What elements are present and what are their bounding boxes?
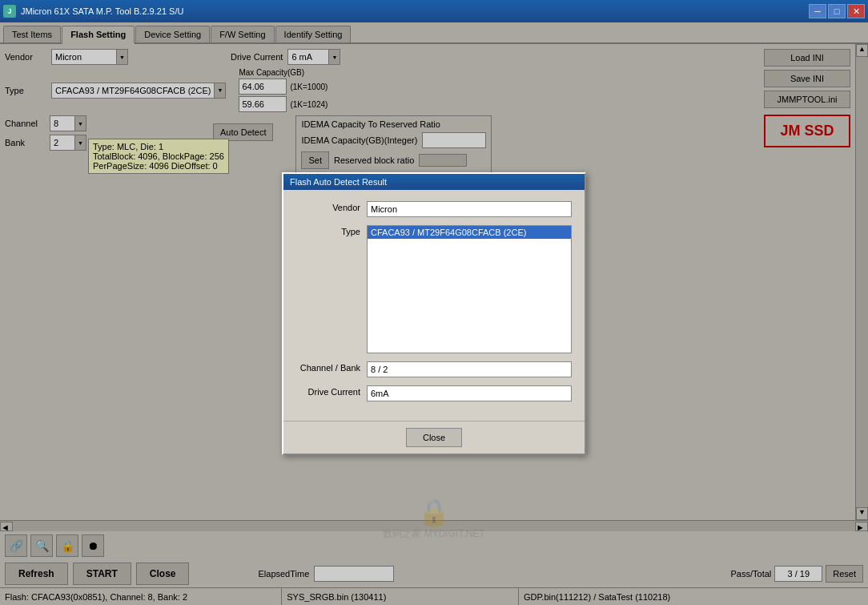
window-title: JMicron 61X SATA M.P. Tool B.2.9.21 S/U <box>21 6 183 16</box>
modal-drive-current-row: Drive Current <box>296 385 572 401</box>
modal-vendor-input[interactable] <box>367 201 572 217</box>
modal-close-button[interactable]: Close <box>406 428 462 447</box>
modal-vendor-row: Vendor <box>296 201 572 217</box>
modal-drive-current-label: Drive Current <box>296 385 360 397</box>
modal-type-row: Type CFACA93 / MT29F64G08CFACB (2CE) <box>296 225 572 353</box>
modal-type-label: Type <box>296 225 360 236</box>
modal-channel-bank-label: Channel / Bank <box>296 361 360 373</box>
modal-overlay: Flash Auto Detect Result Vendor Type CFA… <box>0 22 868 605</box>
modal-dialog: Flash Auto Detect Result Vendor Type CFA… <box>282 172 586 455</box>
title-bar: J JMicron 61X SATA M.P. Tool B.2.9.21 S/… <box>0 0 868 22</box>
modal-channel-bank-row: Channel / Bank <box>296 361 572 377</box>
window-controls: ─ □ ✕ <box>809 4 865 18</box>
modal-type-list[interactable]: CFACA93 / MT29F64G08CFACB (2CE) <box>367 225 572 353</box>
modal-body: Vendor Type CFACA93 / MT29F64G08CFACB (2… <box>283 190 585 421</box>
modal-drive-current-input[interactable] <box>367 385 572 401</box>
modal-title-bar: Flash Auto Detect Result <box>283 174 585 190</box>
minimize-button[interactable]: ─ <box>809 4 826 18</box>
maximize-button[interactable]: □ <box>828 4 846 18</box>
title-bar-left: J JMicron 61X SATA M.P. Tool B.2.9.21 S/… <box>3 5 183 18</box>
close-window-button[interactable]: ✕ <box>847 4 865 18</box>
modal-type-item-0[interactable]: CFACA93 / MT29F64G08CFACB (2CE) <box>368 226 571 239</box>
modal-title: Flash Auto Detect Result <box>290 177 387 187</box>
app-icon: J <box>3 5 16 18</box>
modal-footer: Close <box>283 421 585 454</box>
modal-channel-bank-input[interactable] <box>367 361 572 377</box>
modal-vendor-label: Vendor <box>296 201 360 212</box>
